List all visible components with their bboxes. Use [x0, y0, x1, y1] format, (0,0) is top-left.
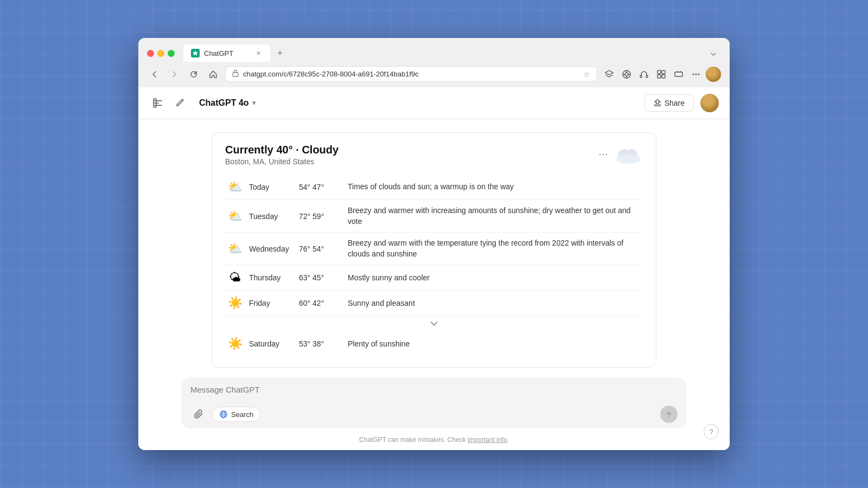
forward-button[interactable] [167, 67, 182, 82]
header-right: Share [644, 94, 719, 112]
tab-bar: ChatGPT ✕ + [183, 44, 721, 62]
forecast-desc-wednesday: Breezy and warm with the temperature tyi… [348, 238, 643, 259]
svg-rect-21 [154, 105, 162, 106]
weather-location: Currently 40° · Cloudy Boston, MA, Unite… [225, 144, 339, 166]
forecast-day-saturday: Saturday [245, 339, 299, 348]
forecast-table: ⛅ Today 54° 47° Times of clouds and sun;… [225, 175, 643, 356]
tab-close-icon[interactable]: ✕ [254, 49, 263, 57]
forecast-desc-saturday: Plenty of sunshine [348, 339, 643, 350]
svg-rect-13 [675, 72, 682, 76]
model-name: ChatGPT 4o [199, 98, 249, 108]
minimize-button[interactable] [157, 50, 164, 57]
close-button[interactable] [147, 50, 154, 57]
svg-rect-9 [658, 70, 661, 74]
active-tab[interactable]: ChatGPT ✕ [183, 44, 270, 62]
traffic-lights [147, 50, 175, 57]
weather-cloud-icon [614, 144, 643, 164]
message-input[interactable] [190, 385, 678, 398]
search-button[interactable]: Search [212, 407, 260, 422]
footer-link[interactable]: important info [468, 436, 507, 444]
url-text[interactable]: chatgpt.com/c/6728c95c-2708-8004-a691-20… [243, 70, 579, 78]
input-area: Search [138, 371, 730, 433]
forecast-icon-saturday: ☀️ [225, 337, 245, 351]
svg-rect-7 [640, 75, 642, 78]
tab-favicon [191, 49, 200, 57]
user-avatar[interactable] [700, 94, 719, 112]
forecast-temps-thursday: 63° 45° [299, 273, 348, 282]
media-icon[interactable] [671, 67, 686, 82]
layers-icon[interactable] [602, 67, 617, 82]
forecast-icon-wednesday: ⛅ [225, 242, 245, 256]
forecast-row-thursday: 🌤 Thursday 63° 45° Mostly sunny and cool… [225, 265, 643, 291]
svg-rect-12 [662, 75, 665, 78]
share-button[interactable]: Share [644, 94, 694, 112]
forecast-day-wednesday: Wednesday [245, 245, 299, 253]
title-bar: ChatGPT ✕ + [138, 38, 730, 62]
new-tab-button[interactable]: + [272, 46, 288, 61]
forecast-day-today: Today [245, 183, 299, 191]
headphones-icon[interactable] [636, 67, 652, 82]
more-options-icon[interactable] [688, 67, 704, 82]
tab-label: ChatGPT [204, 49, 250, 57]
maximize-button[interactable] [168, 50, 175, 57]
back-button[interactable] [147, 67, 162, 82]
ai-icon[interactable] [619, 67, 634, 82]
weather-card: Currently 40° · Cloudy Boston, MA, Unite… [212, 132, 656, 368]
toolbar-icons [602, 67, 721, 82]
chat-content: Currently 40° · Cloudy Boston, MA, Unite… [138, 119, 730, 371]
weather-header-right: ⋯ [598, 144, 643, 164]
forecast-row-today: ⛅ Today 54° 47° Times of clouds and sun;… [225, 175, 643, 200]
svg-rect-0 [233, 73, 238, 76]
globe-icon [219, 410, 228, 419]
forecast-day-tuesday: Tuesday [245, 212, 299, 221]
svg-point-2 [625, 73, 628, 76]
refresh-button[interactable] [186, 67, 201, 82]
forecast-day-friday: Friday [245, 299, 299, 307]
svg-point-16 [693, 73, 694, 75]
browser-profile-icon[interactable] [706, 67, 721, 82]
forecast-temps-wednesday: 76° 54° [299, 245, 348, 253]
forecast-icon-today: ⛅ [225, 180, 245, 194]
forecast-row-saturday: ☀️ Saturday 53° 38° Plenty of sunshine [225, 331, 643, 356]
forecast-icon-tuesday: ⛅ [225, 209, 245, 223]
send-button[interactable] [660, 406, 678, 423]
tab-overflow-button[interactable] [706, 47, 721, 62]
bookmark-icon[interactable]: ☆ [583, 70, 590, 79]
forecast-desc-today: Times of clouds and sun; a warmup is on … [348, 182, 643, 192]
browser-profile-avatar [706, 67, 721, 82]
forecast-row-friday: ☀️ Friday 60° 42° Sunny and pleasant [225, 291, 643, 316]
weather-current-title: Currently 40° · Cloudy [225, 144, 339, 156]
attach-button[interactable] [190, 406, 208, 423]
new-chat-button[interactable] [171, 94, 188, 112]
message-box: Search [182, 377, 686, 428]
chatgpt-app: ChatGPT 4o ▾ Share Curr [138, 87, 730, 450]
lock-icon [232, 69, 239, 79]
share-label: Share [665, 99, 685, 107]
extensions-icon[interactable] [654, 67, 669, 82]
scroll-down-arrow[interactable] [225, 318, 643, 329]
footer-text: ChatGPT can make mistakes. Check importa… [138, 433, 730, 450]
sidebar-toggle-button[interactable] [149, 94, 167, 112]
model-chevron-icon: ▾ [252, 99, 256, 107]
forecast-temps-tuesday: 72° 59° [299, 212, 348, 221]
forecast-day-thursday: Thursday [245, 273, 299, 282]
app-header: ChatGPT 4o ▾ Share [138, 87, 730, 119]
message-actions: Search [190, 406, 678, 423]
forecast-icon-friday: ☀️ [225, 296, 245, 310]
forecast-temps-saturday: 53° 38° [299, 339, 348, 348]
forecast-row-wednesday: ⛅ Wednesday 76° 54° Breezy and warm with… [225, 233, 643, 265]
search-label: Search [231, 410, 253, 419]
help-button[interactable]: ? [704, 424, 719, 439]
weather-location-text: Boston, MA, United States [225, 157, 339, 166]
svg-point-17 [695, 73, 697, 75]
weather-header: Currently 40° · Cloudy Boston, MA, Unite… [225, 144, 643, 166]
home-button[interactable] [206, 67, 221, 82]
svg-rect-8 [646, 75, 648, 78]
url-bar[interactable]: chatgpt.com/c/6728c95c-2708-8004-a691-20… [225, 66, 597, 82]
address-bar: chatgpt.com/c/6728c95c-2708-8004-a691-20… [138, 62, 730, 87]
weather-more-options-icon[interactable]: ⋯ [598, 149, 608, 159]
forecast-desc-friday: Sunny and pleasant [348, 298, 643, 309]
forecast-temps-today: 54° 47° [299, 183, 348, 191]
model-selector[interactable]: ChatGPT 4o ▾ [195, 96, 260, 110]
forecast-desc-tuesday: Breezy and warmer with increasing amount… [348, 206, 643, 227]
